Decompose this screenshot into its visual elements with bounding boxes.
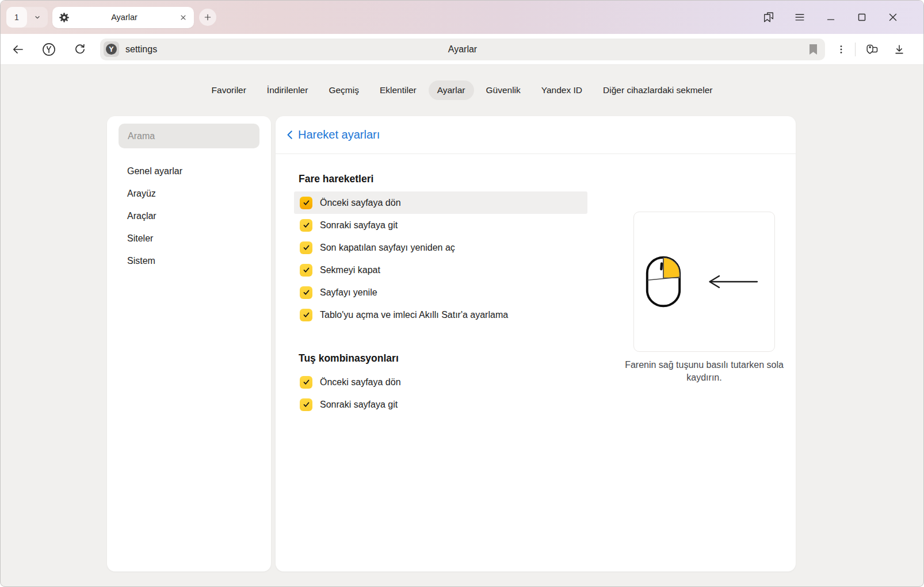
page-favicon: Y: [104, 41, 119, 57]
back-button[interactable]: [2, 38, 33, 61]
chevron-down-icon: [33, 13, 42, 22]
bookmarks-panel-icon: [762, 11, 775, 24]
window-controls: [753, 1, 908, 34]
gesture-option-label: Son kapatılan sayfayı yeniden aç: [320, 243, 455, 253]
tab-close-icon[interactable]: [179, 13, 188, 22]
tab-title: Ayarlar: [70, 13, 179, 22]
extensions-button[interactable]: [858, 38, 885, 61]
active-tab[interactable]: Ayarlar: [52, 7, 194, 28]
sidebar-item-siteler[interactable]: Siteler: [107, 227, 271, 250]
toolbar: Y settings Ayarlar: [1, 34, 923, 65]
settings-sidebar: Genel ayarlar Arayüz Araçlar Siteler Sis…: [107, 116, 271, 571]
downloads-button[interactable]: [885, 38, 913, 61]
reload-button[interactable]: [64, 38, 96, 61]
settings-page: Favoriler İndirilenler Geçmiş Eklentiler…: [1, 65, 923, 586]
checkbox-checked-icon[interactable]: [300, 376, 312, 389]
checkbox-checked-icon[interactable]: [300, 197, 312, 209]
panel-header: Hareket ayarları: [276, 116, 796, 154]
nav-tab-indirilenler[interactable]: İndirilenler: [258, 80, 317, 100]
close-icon: [887, 11, 899, 24]
gesture-option-label: Sonraki sayfaya git: [320, 220, 398, 231]
kebab-menu-icon: [835, 44, 847, 55]
address-bar-page-title: Ayarlar: [448, 44, 477, 55]
gear-icon: [59, 12, 70, 23]
hamburger-menu-icon: [793, 11, 806, 24]
minimize-icon: [824, 11, 837, 24]
checkbox-checked-icon[interactable]: [300, 219, 312, 232]
tab-counter[interactable]: 1: [6, 7, 48, 28]
address-bar[interactable]: Y settings Ayarlar: [100, 39, 825, 60]
gesture-option-row[interactable]: Sekmeyi kapat: [294, 259, 587, 281]
bookmark-button[interactable]: [809, 44, 818, 55]
chevron-left-icon: [287, 130, 293, 140]
sidebar-item-araclar[interactable]: Araçlar: [107, 205, 271, 227]
panel-title: Hareket ayarları: [298, 128, 380, 141]
minimize-button[interactable]: [815, 1, 846, 34]
gesture-illustration-caption: Farenin sağ tuşunu basılı tutarken sola …: [616, 359, 792, 384]
more-actions-button[interactable]: [830, 38, 853, 61]
browser-window: 1 Ayarlar: [0, 0, 924, 587]
search-input[interactable]: [119, 124, 259, 148]
gesture-option-label: Sekmeyi kapat: [320, 265, 380, 275]
maximize-button[interactable]: [846, 1, 877, 34]
extensions-icon: [865, 43, 879, 56]
yandex-logo-icon: [41, 42, 56, 57]
checkbox-checked-icon[interactable]: [300, 264, 312, 277]
section-heading-mouse-gestures: Fare hareketleri: [299, 173, 796, 185]
checkbox-checked-icon[interactable]: [300, 398, 312, 411]
sidebar-item-arayuz[interactable]: Arayüz: [107, 182, 271, 205]
sidebar-item-genel-ayarlar[interactable]: Genel ayarlar: [107, 160, 271, 182]
gesture-option-row[interactable]: Tablo'yu açma ve imleci Akıllı Satır'a a…: [294, 304, 587, 326]
gesture-option-row[interactable]: Sonraki sayfaya git: [294, 393, 587, 416]
gesture-option-row[interactable]: Sayfayı yenile: [294, 281, 587, 304]
plus-icon: [203, 13, 212, 22]
nav-tab-eklentiler[interactable]: Eklentiler: [371, 80, 425, 100]
nav-tab-ayarlar[interactable]: Ayarlar: [429, 80, 474, 100]
settings-nav: Favoriler İndirilenler Geçmiş Eklentiler…: [1, 80, 923, 100]
panel-body: Fare hareketleri Önceki sayfaya dön Sonr…: [276, 173, 796, 587]
nav-tab-favoriler[interactable]: Favoriler: [203, 80, 255, 100]
gesture-option-row[interactable]: Önceki sayfaya dön: [294, 191, 587, 214]
nav-tab-guvenlik[interactable]: Güvenlik: [478, 80, 529, 100]
gesture-option-label: Önceki sayfaya dön: [320, 377, 401, 388]
maximize-icon: [856, 11, 868, 24]
browser-menu-button[interactable]: [784, 1, 815, 34]
gesture-option-label: Önceki sayfaya dön: [320, 198, 401, 208]
checkbox-checked-icon[interactable]: [300, 309, 312, 321]
gesture-option-row[interactable]: Son kapatılan sayfayı yeniden aç: [294, 236, 587, 259]
tab-count-badge[interactable]: 1: [6, 7, 27, 28]
yandex-home-button[interactable]: [33, 38, 64, 61]
arrow-left-icon: [705, 274, 758, 289]
sidebar-item-sistem[interactable]: Sistem: [107, 250, 271, 272]
download-icon: [893, 43, 906, 56]
close-window-button[interactable]: [877, 1, 908, 34]
nav-tab-gecmis[interactable]: Geçmiş: [320, 80, 368, 100]
gesture-option-label: Tablo'yu açma ve imleci Akıllı Satır'a a…: [320, 310, 508, 320]
gesture-option-row[interactable]: Önceki sayfaya dön: [294, 371, 587, 393]
bookmarks-panel-button[interactable]: [753, 1, 784, 34]
gesture-option-label: Sonraki sayfaya git: [320, 400, 398, 410]
gesture-option-row[interactable]: Sonraki sayfaya git: [294, 214, 587, 236]
reload-icon: [73, 43, 87, 56]
url-text: settings: [125, 44, 157, 55]
gesture-settings-back-link[interactable]: Hareket ayarları: [287, 128, 380, 141]
settings-main-panel: Hareket ayarları Fare hareketleri Önceki…: [276, 116, 796, 571]
checkbox-checked-icon[interactable]: [300, 286, 312, 299]
tab-list-dropdown-button[interactable]: [27, 7, 48, 28]
sidebar-list: Genel ayarlar Arayüz Araçlar Siteler Sis…: [107, 160, 271, 272]
toolbar-divider: [855, 43, 856, 56]
tab-bar: 1 Ayarlar: [1, 1, 923, 34]
new-tab-button[interactable]: [199, 9, 216, 26]
nav-tab-yandex-id[interactable]: Yandex ID: [533, 80, 591, 100]
back-arrow-icon: [11, 43, 25, 56]
mouse-illustration-icon: [646, 255, 681, 308]
nav-tab-diger-cihazlar[interactable]: Diğer cihazlardaki sekmeler: [594, 80, 721, 100]
yandex-favicon-icon: Y: [106, 44, 117, 55]
gesture-illustration: [633, 212, 775, 352]
checkbox-checked-icon[interactable]: [300, 241, 312, 254]
bookmark-flag-icon: [809, 44, 818, 55]
gesture-option-label: Sayfayı yenile: [320, 287, 377, 298]
